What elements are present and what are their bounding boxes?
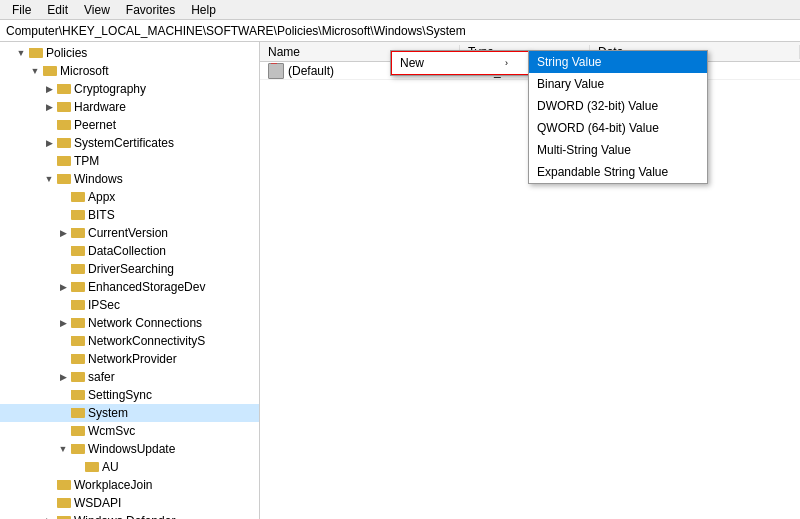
- tree-item-ipsec[interactable]: IPSec: [0, 296, 259, 314]
- folder-icon-driversearching: [70, 262, 86, 276]
- submenu-item-multi_string[interactable]: Multi-String Value: [529, 139, 707, 161]
- menu-bar: File Edit View Favorites Help: [0, 0, 800, 20]
- context-menu: New ›: [390, 50, 530, 76]
- folder-icon-appx: [70, 190, 86, 204]
- folder-icon-settingsync: [70, 388, 86, 402]
- tree-item-appx[interactable]: Appx: [0, 188, 259, 206]
- tree-arrow-safer[interactable]: [56, 370, 70, 384]
- tree-label-windowsupdate: WindowsUpdate: [88, 442, 175, 456]
- tree-item-windefender[interactable]: Windows Defender: [0, 512, 259, 519]
- tree-arrow-policies[interactable]: [14, 46, 28, 60]
- tree-label-safer: safer: [88, 370, 115, 384]
- folder-icon-tpm: [56, 154, 72, 168]
- menu-edit[interactable]: Edit: [39, 1, 76, 19]
- folder-icon-netprovider: [70, 352, 86, 366]
- submenu-item-dword_value[interactable]: DWORD (32-bit) Value: [529, 95, 707, 117]
- tree-pane[interactable]: PoliciesMicrosoftCryptographyHardwarePee…: [0, 42, 260, 519]
- tree-label-tpm: TPM: [74, 154, 99, 168]
- tree-item-windowsupdate[interactable]: WindowsUpdate: [0, 440, 259, 458]
- tree-item-tpm[interactable]: TPM: [0, 152, 259, 170]
- folder-icon-windefender: [56, 514, 72, 519]
- tree-label-peernet: Peernet: [74, 118, 116, 132]
- tree-label-policies: Policies: [46, 46, 87, 60]
- tree-item-driversearching[interactable]: DriverSearching: [0, 260, 259, 278]
- tree-item-systemcerts[interactable]: SystemCertificates: [0, 134, 259, 152]
- tree-item-microsoft[interactable]: Microsoft: [0, 62, 259, 80]
- tree-arrow-windefender[interactable]: [42, 514, 56, 519]
- tree-item-enhancedstorage[interactable]: EnhancedStorageDev: [0, 278, 259, 296]
- tree-label-netconn: Network Connections: [88, 316, 202, 330]
- tree-label-microsoft: Microsoft: [60, 64, 109, 78]
- tree-arrow-windows[interactable]: [42, 172, 56, 186]
- folder-icon-datacollection: [70, 244, 86, 258]
- tree-label-system: System: [88, 406, 128, 420]
- tree-item-system[interactable]: System: [0, 404, 259, 422]
- tree-arrow-currentversion[interactable]: [56, 226, 70, 240]
- tree-label-systemcerts: SystemCertificates: [74, 136, 174, 150]
- tree-arrow-systemcerts[interactable]: [42, 136, 56, 150]
- tree-label-windefender: Windows Defender: [74, 514, 175, 519]
- tree-arrow-cryptography[interactable]: [42, 82, 56, 96]
- tree-arrow-windowsupdate[interactable]: [56, 442, 70, 456]
- main-layout: PoliciesMicrosoftCryptographyHardwarePee…: [0, 42, 800, 519]
- folder-icon-system: [70, 406, 86, 420]
- submenu-item-qword_value[interactable]: QWORD (64-bit) Value: [529, 117, 707, 139]
- default-value-icon: [268, 63, 284, 79]
- menu-file[interactable]: File: [4, 1, 39, 19]
- tree-item-currentversion[interactable]: CurrentVersion: [0, 224, 259, 242]
- tree-item-settingsync[interactable]: SettingSync: [0, 386, 259, 404]
- tree-item-peernet[interactable]: Peernet: [0, 116, 259, 134]
- submenu-item-binary_value[interactable]: Binary Value: [529, 73, 707, 95]
- folder-icon-workplacejoin: [56, 478, 72, 492]
- tree-label-ipsec: IPSec: [88, 298, 120, 312]
- address-text: Computer\HKEY_LOCAL_MACHINE\SOFTWARE\Pol…: [6, 24, 466, 38]
- folder-icon-windowsupdate: [70, 442, 86, 456]
- tree-label-wsdapi: WSDAPI: [74, 496, 121, 510]
- tree-arrow-hardware[interactable]: [42, 100, 56, 114]
- ctx-new-item[interactable]: New ›: [391, 51, 529, 75]
- tree-item-windows[interactable]: Windows: [0, 170, 259, 188]
- tree-item-netprovider[interactable]: NetworkProvider: [0, 350, 259, 368]
- tree-item-safer[interactable]: safer: [0, 368, 259, 386]
- folder-icon-enhancedstorage: [70, 280, 86, 294]
- folder-icon-bits: [70, 208, 86, 222]
- folder-icon-ipsec: [70, 298, 86, 312]
- right-pane: Name Type Data (Default) REG_SZ (value n…: [260, 42, 800, 519]
- menu-help[interactable]: Help: [183, 1, 224, 19]
- tree-label-appx: Appx: [88, 190, 115, 204]
- address-bar: Computer\HKEY_LOCAL_MACHINE\SOFTWARE\Pol…: [0, 20, 800, 42]
- tree-item-netconnectivity[interactable]: NetworkConnectivityS: [0, 332, 259, 350]
- ctx-new-arrow: ›: [505, 58, 508, 68]
- tree-item-workplacejoin[interactable]: WorkplaceJoin: [0, 476, 259, 494]
- folder-icon-peernet: [56, 118, 72, 132]
- tree-label-driversearching: DriverSearching: [88, 262, 174, 276]
- folder-icon-netconn: [70, 316, 86, 330]
- tree-item-netconn[interactable]: Network Connections: [0, 314, 259, 332]
- folder-icon-wsdapi: [56, 496, 72, 510]
- folder-icon-microsoft: [42, 64, 58, 78]
- tree-item-policies[interactable]: Policies: [0, 44, 259, 62]
- folder-icon-netconnectivity: [70, 334, 86, 348]
- tree-label-netconnectivity: NetworkConnectivityS: [88, 334, 205, 348]
- folder-icon-hardware: [56, 100, 72, 114]
- folder-icon-systemcerts: [56, 136, 72, 150]
- tree-label-wcmsvc: WcmSvc: [88, 424, 135, 438]
- tree-arrow-netconn[interactable]: [56, 316, 70, 330]
- submenu-item-expandable_string[interactable]: Expandable String Value: [529, 161, 707, 183]
- tree-item-au[interactable]: AU: [0, 458, 259, 476]
- submenu-item-string_value[interactable]: String Value: [529, 51, 707, 73]
- menu-view[interactable]: View: [76, 1, 118, 19]
- tree-arrow-microsoft[interactable]: [28, 64, 42, 78]
- tree-item-bits[interactable]: BITS: [0, 206, 259, 224]
- menu-favorites[interactable]: Favorites: [118, 1, 183, 19]
- tree-arrow-enhancedstorage[interactable]: [56, 280, 70, 294]
- tree-label-workplacejoin: WorkplaceJoin: [74, 478, 152, 492]
- tree-item-cryptography[interactable]: Cryptography: [0, 80, 259, 98]
- tree-item-datacollection[interactable]: DataCollection: [0, 242, 259, 260]
- ctx-new-label: New: [400, 56, 424, 70]
- tree-item-wsdapi[interactable]: WSDAPI: [0, 494, 259, 512]
- tree-item-wcmsvc[interactable]: WcmSvc: [0, 422, 259, 440]
- tree-label-enhancedstorage: EnhancedStorageDev: [88, 280, 205, 294]
- tree-item-hardware[interactable]: Hardware: [0, 98, 259, 116]
- folder-icon-safer: [70, 370, 86, 384]
